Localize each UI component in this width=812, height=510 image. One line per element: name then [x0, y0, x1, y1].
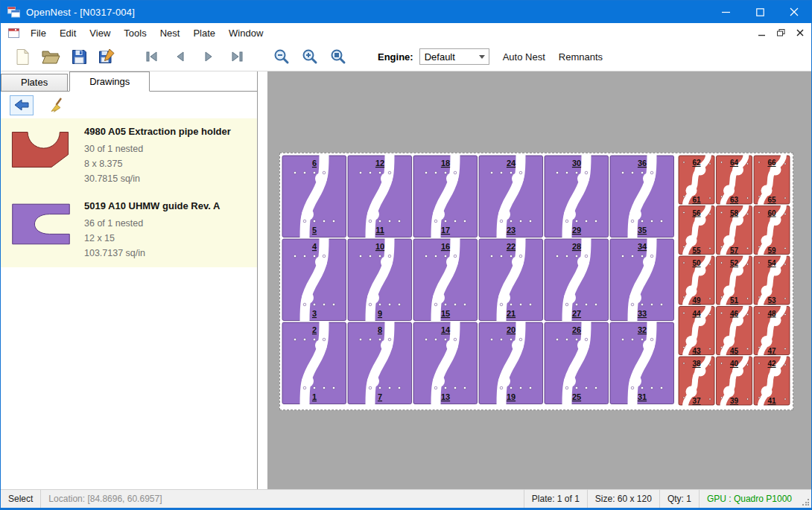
menu-window[interactable]: Window — [222, 25, 270, 41]
maximize-icon — [756, 8, 763, 15]
purple-part-pair[interactable]: 2221 — [479, 238, 543, 322]
purple-part-pair[interactable]: 1211 — [348, 155, 412, 238]
drawing-area: 30.7815 sq/in — [84, 171, 231, 186]
list-item[interactable]: 4980 A05 Extraction pipe holder 30 of 1 … — [1, 118, 257, 193]
purple-part-pair[interactable]: 1413 — [413, 322, 478, 405]
purple-part-pair[interactable]: 1817 — [413, 155, 478, 238]
purple-part-pair[interactable]: 2827 — [545, 238, 609, 322]
purple-part-pair[interactable]: 3231 — [610, 322, 674, 405]
red-part-pair[interactable]: 5655 — [679, 205, 714, 256]
engine-value: Default — [425, 51, 455, 63]
status-location: Location: [84.8696, 60.6957] — [41, 490, 169, 508]
purple-part-pair[interactable]: 2019 — [479, 322, 543, 405]
zoom-out-button[interactable] — [270, 45, 293, 68]
import-drawing-button[interactable] — [10, 95, 34, 115]
red-part-pair[interactable]: 6059 — [754, 205, 790, 256]
part-number: 50 — [692, 259, 701, 267]
part-number: 29 — [572, 226, 581, 235]
nest-canvas[interactable]: 6512111817242330293635431091615222128273… — [258, 71, 811, 489]
part-number: 66 — [767, 159, 776, 167]
mdi-restore-button[interactable] — [777, 29, 785, 36]
part-number: 13 — [441, 392, 450, 401]
save-as-button[interactable] — [96, 45, 118, 68]
red-part-pair[interactable]: 6665 — [754, 155, 790, 205]
purple-part-pair[interactable]: 43 — [282, 238, 346, 322]
open-button[interactable] — [39, 45, 62, 68]
purple-part-pair[interactable]: 87 — [348, 322, 412, 405]
sidebar-tabstrip: Plates Drawings — [1, 71, 257, 92]
red-part-pair[interactable]: 4039 — [717, 356, 752, 407]
part-number: 18 — [441, 159, 450, 168]
remnants-button[interactable]: Remnants — [559, 51, 603, 63]
go-previous-button[interactable] — [169, 45, 191, 68]
purple-part-pair[interactable]: 2423 — [479, 155, 543, 238]
tab-drawings[interactable]: Drawings — [69, 71, 150, 92]
app-window: { "window": { "title": "OpenNest - [N031… — [0, 0, 812, 510]
purple-part-pair[interactable]: 3635 — [610, 155, 674, 238]
part-number: 41 — [767, 397, 776, 405]
red-part-pair[interactable]: 4443 — [679, 306, 714, 357]
menu-edit[interactable]: Edit — [53, 25, 83, 41]
red-part-pair[interactable]: 5251 — [717, 255, 752, 306]
zoom-in-button[interactable] — [299, 45, 321, 68]
plate-canvas[interactable]: 6512111817242330293635431091615222128273… — [280, 153, 793, 409]
tab-plates[interactable]: Plates — [1, 74, 68, 91]
purple-part-pair[interactable]: 1615 — [413, 238, 478, 322]
purple-part-pair[interactable]: 3433 — [610, 238, 674, 322]
go-last-icon — [229, 50, 244, 63]
part-number: 32 — [638, 325, 647, 334]
new-button[interactable] — [11, 45, 34, 68]
go-first-button[interactable] — [141, 45, 163, 68]
mdi-minimize-button[interactable] — [758, 29, 766, 36]
drawings-toolbar — [1, 92, 257, 118]
auto-nest-button[interactable]: Auto Nest — [503, 51, 545, 63]
part-number: 21 — [507, 309, 516, 318]
menu-nest[interactable]: Nest — [153, 25, 187, 41]
purple-part-pair[interactable]: 65 — [282, 155, 346, 238]
new-document-icon — [15, 48, 31, 66]
red-part-pair[interactable]: 5453 — [754, 255, 790, 306]
red-part-pair[interactable]: 4645 — [717, 306, 752, 357]
part-number: 8 — [378, 325, 382, 334]
red-part-pair[interactable]: 5049 — [679, 255, 714, 306]
plate[interactable]: 6512111817242330293635431091615222128273… — [279, 153, 793, 410]
go-next-button[interactable] — [197, 45, 220, 68]
menu-view[interactable]: View — [83, 25, 117, 41]
part-number: 34 — [638, 242, 647, 251]
part-number: 57 — [730, 246, 739, 255]
close-button[interactable] — [777, 1, 811, 23]
red-part-pair[interactable]: 4241 — [754, 356, 790, 407]
uhmw-guide-shape — [13, 204, 70, 244]
menu-tools[interactable]: Tools — [117, 25, 153, 41]
part-number: 47 — [767, 347, 776, 355]
zoom-fit-button[interactable] — [327, 45, 349, 68]
resize-grip[interactable] — [799, 490, 811, 508]
menu-file[interactable]: File — [24, 25, 53, 41]
part-thumbnail — [8, 200, 80, 261]
mdi-close-button[interactable] — [796, 29, 804, 36]
part-number: 36 — [638, 159, 647, 168]
purple-part-pair[interactable]: 3029 — [545, 155, 609, 238]
red-part-pair[interactable]: 5857 — [717, 205, 752, 256]
part-number: 23 — [507, 226, 516, 235]
purple-part-pair[interactable]: 21 — [282, 322, 346, 405]
red-part-pair[interactable]: 3837 — [679, 356, 714, 407]
go-last-button[interactable] — [226, 45, 248, 68]
part-number: 12 — [375, 159, 384, 168]
save-button[interactable] — [68, 45, 90, 68]
red-part-pair[interactable]: 6463 — [717, 155, 752, 205]
purple-part-pair[interactable]: 109 — [348, 238, 412, 322]
minimize-button[interactable] — [708, 1, 743, 23]
go-next-icon — [201, 50, 216, 63]
red-part-pair[interactable]: 4847 — [754, 306, 790, 357]
list-item[interactable]: 5019 A10 UHMW guide Rev. A 36 of 1 neste… — [1, 193, 257, 267]
clean-drawings-button[interactable] — [45, 95, 69, 115]
red-part-pair[interactable]: 6261 — [679, 155, 714, 205]
part-number: 11 — [375, 226, 384, 235]
part-number: 30 — [572, 159, 581, 168]
purple-part-pair[interactable]: 2625 — [545, 322, 609, 405]
engine-select[interactable]: Default — [419, 48, 489, 65]
menu-plate[interactable]: Plate — [186, 25, 222, 41]
maximize-button[interactable] — [743, 1, 777, 23]
menu-bar: File Edit View Tools Nest Plate Window — [1, 23, 811, 42]
